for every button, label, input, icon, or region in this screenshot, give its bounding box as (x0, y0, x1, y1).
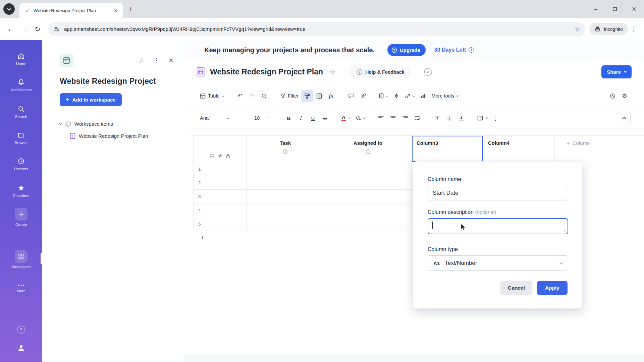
column-header-column4[interactable]: Column4 (483, 136, 555, 162)
panel-favorite-icon[interactable]: ☆ (139, 57, 145, 64)
info-icon[interactable]: i (469, 47, 474, 53)
more-tools-button[interactable]: More tools (429, 90, 461, 102)
bold-button[interactable]: B (283, 112, 295, 124)
formula-button[interactable]: fx (325, 90, 337, 102)
font-select[interactable]: Arial (198, 112, 231, 124)
chart-button[interactable] (417, 90, 429, 102)
automation-button[interactable] (390, 90, 402, 102)
sidebar-item-favorites[interactable]: Favorites (0, 184, 42, 198)
sidebar-item-workspace[interactable]: Workspace (0, 250, 42, 269)
table-view-button[interactable]: Table (198, 90, 226, 102)
row-number[interactable]: 5 (193, 217, 247, 231)
share-button[interactable]: Share (601, 65, 632, 78)
browser-menu-button[interactable]: ⋮ (628, 23, 640, 35)
link-button[interactable] (402, 90, 417, 102)
panel-close-icon[interactable]: ✕ (168, 57, 174, 64)
filter-button[interactable]: Filter (278, 90, 301, 102)
column-header-task[interactable]: Task (247, 136, 324, 162)
font-size-value[interactable]: 10 (251, 112, 263, 124)
table-options-button[interactable] (475, 112, 490, 124)
sidebar-item-notifications[interactable]: Notifications (0, 78, 42, 92)
fill-color-button[interactable] (353, 112, 368, 124)
grid-cell[interactable] (247, 203, 324, 217)
comment-button[interactable] (345, 90, 357, 102)
grid-cell[interactable] (247, 176, 324, 190)
column-header-assigned-to[interactable]: Assigned to (324, 136, 412, 162)
wrap-text-button[interactable] (411, 112, 423, 124)
upgrade-button[interactable]: Upgrade (387, 44, 426, 56)
sidebar-item-home[interactable]: Home (0, 52, 42, 66)
grid-cell[interactable] (247, 190, 324, 203)
increase-font-button[interactable]: + (263, 112, 275, 124)
sidebar-item-recents[interactable]: Recents (0, 158, 42, 171)
grid-cell[interactable] (247, 162, 324, 176)
back-button[interactable]: ← (4, 22, 17, 36)
search-button[interactable] (258, 90, 270, 102)
sidebar-item-browse[interactable]: Browse (0, 131, 42, 145)
column-description-input[interactable] (428, 218, 568, 234)
column-header-column3[interactable]: Column3 (412, 136, 483, 162)
redo-button[interactable]: ↷ (246, 90, 258, 102)
workspace-items-toggle[interactable]: Workspace items (60, 121, 174, 127)
format-more-button[interactable]: ⋮ (490, 112, 502, 124)
settings-button[interactable]: ⚙ (619, 90, 631, 102)
row-number[interactable]: 2 (193, 176, 247, 190)
tab-close-icon[interactable]: ✕ (112, 7, 119, 14)
grid-cell[interactable] (324, 203, 412, 217)
resize-handle-icon[interactable] (564, 230, 567, 233)
new-tab-button[interactable]: + (125, 4, 136, 14)
format-painter-button[interactable] (301, 90, 313, 102)
cancel-button[interactable]: Cancel (500, 281, 532, 295)
borders-button[interactable] (313, 90, 325, 102)
bottom-scroll-area[interactable] (184, 355, 644, 362)
grid-cell[interactable] (324, 190, 412, 203)
grid-cell[interactable] (324, 162, 412, 176)
undo-button[interactable]: ↶ (234, 90, 246, 102)
reload-button[interactable]: ↻ (31, 22, 44, 36)
valign-middle-button[interactable] (443, 112, 455, 124)
info-icon[interactable] (366, 149, 371, 154)
account-button[interactable] (0, 344, 42, 352)
row-number[interactable]: 4 (193, 203, 247, 217)
italic-button[interactable]: I (295, 112, 307, 124)
sidebar-item-search[interactable]: Search (0, 105, 42, 119)
grid-cell[interactable] (324, 217, 412, 231)
sidebar-item-more[interactable]: More (0, 284, 42, 293)
browser-tab[interactable]: ✓ Website Redesign Project Plan ✕ (19, 3, 123, 18)
sheet-list-item[interactable]: Website Redesign Project Plan (70, 133, 174, 139)
forward-button[interactable]: → (17, 22, 31, 36)
window-maximize-button[interactable] (605, 0, 625, 18)
window-minimize-button[interactable] (586, 0, 605, 18)
site-info-icon[interactable] (54, 26, 60, 32)
help-feedback-button[interactable]: ? Help & Feedback (351, 66, 410, 78)
strikethrough-button[interactable]: S (319, 112, 331, 124)
grid-corner-header[interactable] (193, 136, 247, 162)
column-type-select[interactable]: A1 Text/Number (428, 255, 568, 271)
help-button[interactable]: ? (0, 326, 42, 334)
info-icon[interactable] (283, 149, 288, 154)
grid-cell[interactable] (324, 176, 412, 190)
column-name-input[interactable] (428, 186, 568, 200)
valign-top-button[interactable] (431, 112, 443, 124)
activity-log-button[interactable] (606, 90, 619, 102)
add-to-workspace-button[interactable]: + Add to workspace (60, 93, 122, 106)
align-right-button[interactable] (399, 112, 411, 124)
row-number[interactable]: 1 (193, 162, 247, 176)
apply-button[interactable]: Apply (537, 281, 568, 295)
text-color-button[interactable]: A (339, 112, 353, 124)
address-bar[interactable]: app.smartsheet.com/sheets/v3qwxMgRrP9pqp… (48, 22, 585, 36)
grid-cell[interactable] (247, 217, 324, 231)
window-close-button[interactable] (625, 0, 644, 18)
favorite-sheet-icon[interactable]: ☆ (329, 68, 335, 76)
align-left-button[interactable] (375, 112, 387, 124)
tab-search-button[interactable] (3, 3, 15, 15)
panel-menu-icon[interactable]: ⋮ (153, 57, 160, 64)
collapse-toolbar-button[interactable] (618, 112, 631, 124)
valign-bottom-button[interactable] (455, 112, 467, 124)
add-column-button[interactable]: + Column (555, 136, 644, 162)
sidebar-item-create[interactable]: Create (0, 208, 42, 227)
underline-button[interactable]: U (307, 112, 319, 124)
align-center-button[interactable] (387, 112, 399, 124)
bookmark-star-icon[interactable]: ☆ (575, 25, 580, 33)
document-button[interactable] (377, 90, 390, 102)
